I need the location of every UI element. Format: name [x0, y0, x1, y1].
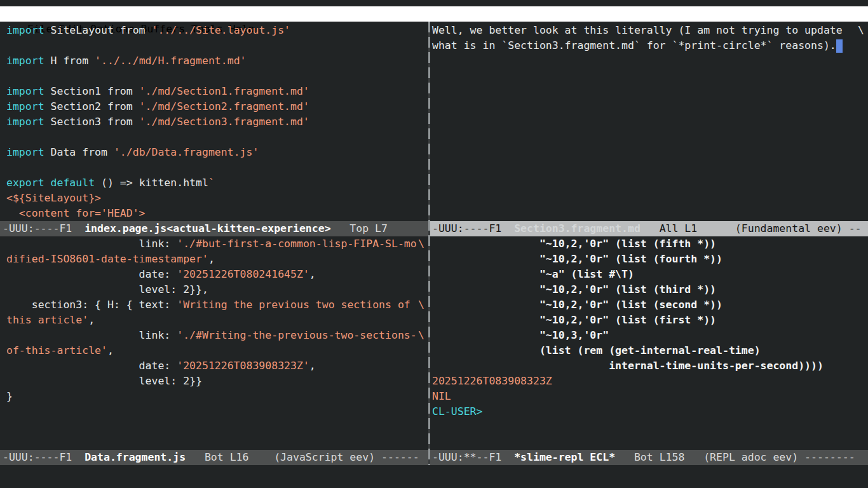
code-token: Data from — [44, 146, 114, 158]
code-line: NIL — [432, 389, 868, 404]
code-line: section3: { H: { text: 'Writing the prev… — [6, 297, 428, 313]
code-line: internal-time-units-per-second)))) — [432, 358, 868, 374]
mode-line-buffer-name: *slime-repl ECL* — [514, 451, 615, 463]
code-line: of-this-article', — [6, 343, 428, 358]
mode-line-data-fragment-js[interactable]: -UUU:----F1 Data.fragment.js Bot L16 (Ja… — [0, 450, 428, 465]
code-token: , — [309, 360, 316, 372]
mode-line-position: Bot L16 (JavaScript eev) ------ — [186, 451, 419, 463]
code-token: 'Writing the previous two sections of — [177, 299, 417, 311]
code-line: import H from '../../md/H.fragment.md' — [6, 53, 428, 69]
code-line: <content for='HEAD'> — [6, 206, 428, 221]
code-line: export default () => kitten.html` — [6, 175, 428, 191]
code-line: (list (rem (get-internal-real-time) — [432, 343, 868, 358]
code-token: '20251226T080241645Z' — [177, 268, 309, 280]
code-line: link: './#but-first-a-common-lisp-FIPA-S… — [6, 236, 428, 252]
mode-line-flags: -UUU:----F1 — [3, 222, 85, 234]
code-line: this article', — [6, 313, 428, 328]
code-token: './md/Section2.fragment.md' — [139, 100, 309, 112]
code-token: './#Writing-the-previous-two-sections- — [177, 329, 417, 341]
code-line: <${SiteLayout}> — [6, 191, 428, 206]
code-line — [6, 160, 428, 175]
code-token: './md/Section3.fragment.md' — [139, 116, 309, 128]
code-token: "~10,2,'0r" (list (third *)) — [432, 283, 716, 295]
code-token: "~10,2,'0r" (list (second *)) — [432, 299, 722, 311]
code-token: section3: { H: { text: — [6, 299, 177, 311]
code-token: NIL — [432, 390, 451, 402]
code-token: export — [6, 177, 44, 189]
code-token: , — [309, 268, 316, 280]
code-line: import Section3 from './md/Section3.frag… — [6, 114, 428, 130]
code-token: Well, we better look at this literally (… — [432, 24, 849, 36]
emacs-frame: FileEditOptionsBuffersToolsHelp import S… — [0, 0, 868, 488]
mode-line-position: All L1 (Fundamental eev) -- — [641, 222, 862, 234]
code-token: import — [6, 85, 44, 97]
code-token: () => kitten.html — [95, 177, 208, 189]
code-token: './db/Data.fragment.js' — [114, 146, 259, 158]
code-token: import — [6, 146, 44, 158]
code-line: dified-ISO8601-date-timestamper', — [6, 252, 428, 267]
code-line: date: '20251226T083908323Z', — [6, 358, 428, 374]
code-line — [6, 130, 428, 145]
mode-line-slime-repl[interactable]: -UUU:**--F1 *slime-repl ECL* Bot L158 (R… — [430, 450, 868, 465]
mode-line-flags: -UUU:**--F1 — [432, 451, 514, 463]
code-line: "~10,2,'0r" (list (second *)) — [432, 297, 868, 313]
code-token: H from — [44, 55, 95, 67]
code-token: CL-USER> — [432, 405, 482, 417]
mode-line-flags: -UUU:----F1 — [3, 451, 85, 463]
editor-window-section3-fragment-md[interactable]: Well, we better look at this literally (… — [430, 22, 868, 221]
mode-line-position: Bot L158 (REPL adoc eev) -------- — [615, 451, 855, 463]
code-token: dified-ISO8601-date-timestamper' — [6, 253, 208, 265]
code-line: "~a" (list #\T) — [432, 267, 868, 282]
editor-window-index-page-js[interactable]: import SiteLayout from '../../Site.layou… — [0, 22, 428, 221]
code-token: Section1 from — [44, 85, 139, 97]
code-token: link: — [6, 329, 177, 341]
echo-area — [0, 465, 868, 488]
code-token: Section2 from — [44, 100, 139, 112]
mode-line-section3-fragment-md[interactable]: -UUU:----F1 Section3.fragment.md All L1 … — [430, 221, 868, 236]
text-cursor — [836, 39, 843, 53]
line-wrap-indicator: \ — [858, 23, 864, 38]
editor-window-data-fragment-js[interactable]: link: './#but-first-a-common-lisp-FIPA-S… — [0, 236, 428, 450]
code-token: date: — [6, 360, 177, 372]
code-line: import Section1 from './md/Section1.frag… — [6, 84, 428, 99]
mode-line-buffer-name: Data.fragment.js — [85, 451, 186, 463]
code-line: "~10,2,'0r" (list (fifth *)) — [432, 236, 868, 252]
code-token: what is in `Section3.fragment.md` for `*… — [432, 39, 836, 51]
code-token: import — [6, 116, 44, 128]
code-token: default — [51, 177, 95, 189]
code-line: "~10,3,'0r" — [432, 328, 868, 343]
code-token: level: 2}} — [6, 375, 202, 387]
code-token — [44, 177, 51, 189]
code-token: of-this-article' — [6, 344, 107, 356]
code-line: date: '20251226T080241645Z', — [6, 267, 428, 282]
code-line: CL-USER> — [432, 404, 868, 419]
line-wrap-indicator: \ — [418, 236, 424, 252]
code-token: './md/Section1.fragment.md' — [139, 85, 309, 97]
code-line: 20251226T083908323Z — [432, 374, 868, 389]
code-token: "~10,3,'0r" — [432, 329, 609, 341]
code-token: '20251226T083908323Z' — [177, 360, 309, 372]
code-line: Well, we better look at this literally (… — [432, 23, 868, 38]
code-token: import — [6, 24, 44, 36]
code-line: import Section2 from './md/Section2.frag… — [6, 99, 428, 114]
mode-line-index-page-js[interactable]: -UUU:----F1 index.page.js<actual-kitten-… — [0, 221, 428, 236]
code-line: level: 2}}, — [6, 282, 428, 297]
code-line — [6, 38, 428, 53]
code-token: this article' — [6, 314, 88, 326]
window-divider[interactable] — [428, 22, 430, 465]
code-line — [6, 69, 428, 84]
code-line: import Data from './db/Data.fragment.js' — [6, 145, 428, 160]
code-token: Section3 from — [44, 116, 139, 128]
code-token: "~a" (list #\T) — [432, 268, 634, 280]
code-token: , — [208, 253, 215, 265]
code-line: "~10,2,'0r" (list (fourth *)) — [432, 252, 868, 267]
code-token: <${SiteLayout}> — [6, 192, 101, 204]
code-token: "~10,2,'0r" (list (fourth *)) — [432, 253, 722, 265]
code-token: internal-time-units-per-second)))) — [432, 360, 824, 372]
line-wrap-indicator: \ — [418, 297, 424, 313]
code-line: what is in `Section3.fragment.md` for `*… — [432, 38, 868, 53]
repl-window-slime-ecl[interactable]: "~10,2,'0r" (list (fifth *)) "~10,2,'0r"… — [430, 236, 868, 450]
code-token: SiteLayout from — [44, 24, 152, 36]
code-token: "~10,2,'0r" (list (fifth *)) — [432, 238, 716, 250]
code-token: './#but-first-a-common-lisp-FIPA-SL-mo — [177, 238, 417, 250]
